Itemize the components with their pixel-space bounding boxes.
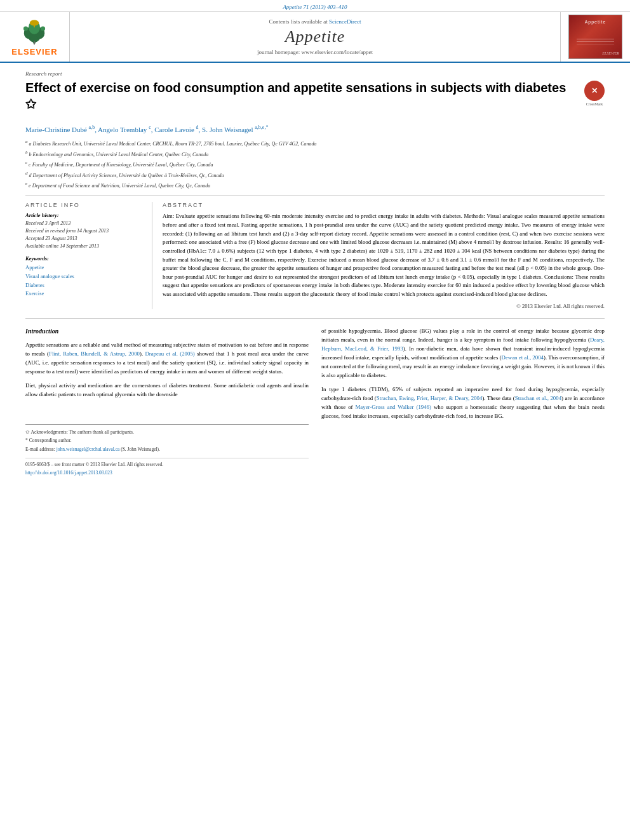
author-carole: Carole Lavoie d: [154, 126, 198, 133]
issn-line: 0195-6663/$ – see front matter © 2013 El…: [25, 461, 309, 468]
elsevier-brand-text: ELSEVIER: [11, 47, 57, 57]
copyright-line: © 2013 Elsevier Ltd. All rights reserved…: [163, 303, 605, 309]
keyword-diabetes: Diabetes: [25, 281, 144, 290]
journal-cover-image: Appetite ELSEVIER: [568, 15, 622, 59]
body-para-2: Diet, physical activity and medication a…: [25, 381, 309, 399]
keyword-exercise: Exercise: [25, 290, 144, 298]
history-label: Article history:: [25, 212, 144, 218]
affiliations-block: a a Diabetes Research Unit, Université L…: [25, 138, 605, 190]
author-john: S. John Weisnagel a,b,e,*: [202, 126, 268, 133]
keywords-label: Keywords:: [25, 255, 144, 262]
doi-link[interactable]: http://dx.doi.org/10.1016/j.appet.2013.0…: [25, 470, 112, 476]
history-received: Received 3 April 2013: [25, 220, 144, 227]
affiliation-a: a a Diabetes Research Unit, Université L…: [25, 138, 605, 148]
article-title-area: ✕ CrossMark Effect of exercise on food c…: [25, 79, 605, 119]
body-para-1: Appetite sensations are a reliable and v…: [25, 340, 309, 376]
footnotes-area: ✩ Acknowledgments: The authors thank all…: [25, 424, 309, 453]
keyword-appetite: Appetite: [25, 263, 144, 272]
elsevier-logo-area: ELSEVIER: [0, 12, 70, 62]
elsevier-logo: ELSEVIER: [11, 17, 57, 57]
acknowledgment-note: ✩ Acknowledgments: The authors thank all…: [25, 429, 309, 436]
author-marie: Marie-Christine Dubé a,b: [25, 126, 95, 133]
affiliation-e: e e Department of Food Science and Nutri…: [25, 180, 605, 190]
keywords-block: Keywords: Appetite Visual analogue scale…: [25, 255, 144, 298]
body-section: Introduction Appetite sensations are a r…: [25, 318, 605, 478]
journal-header: ELSEVIER Contents lists available at Sci…: [0, 12, 630, 63]
svg-rect-9: [34, 23, 36, 27]
svg-rect-7: [34, 41, 36, 44]
body-para-3: of possible hypoglycemia. Blood glucose …: [321, 326, 605, 380]
email-note: E-mail address: john.weisnagel@crchul.ul…: [25, 446, 309, 453]
contents-line: Contents lists available at ScienceDirec…: [269, 18, 361, 25]
main-content: Research report ✕ CrossMark Effect of ex…: [0, 63, 630, 485]
keyword-vas: Visual analogue scales: [25, 272, 144, 281]
svg-point-6: [41, 26, 45, 30]
history-accepted: Accepted 23 August 2013: [25, 235, 144, 243]
crossmark-icon: ✕: [584, 81, 605, 101]
article-info-column: ARTICLE INFO Article history: Received 3…: [25, 202, 152, 309]
abstract-text: Aim: Evaluate appetite sensations follow…: [163, 212, 605, 298]
journal-homepage: journal homepage: www.elsevier.com/locat…: [257, 49, 373, 55]
email-link[interactable]: john.weisnagel@crchul.ulaval.ca: [57, 446, 120, 452]
author-angelo: Angelo Tremblay c: [98, 126, 151, 133]
affiliation-c: c c Faculty of Medicine, Department of K…: [25, 159, 605, 169]
info-abstract-section: ARTICLE INFO Article history: Received 3…: [25, 195, 605, 309]
svg-point-5: [23, 26, 28, 30]
abstract-column: ABSTRACT Aim: Evaluate appetite sensatio…: [163, 202, 605, 309]
affiliation-d: d d Department of Physical Activity Scie…: [25, 170, 605, 180]
body-col-left: Introduction Appetite sensations are a r…: [25, 326, 309, 478]
authors-line: Marie-Christine Dubé a,b, Angelo Trembla…: [25, 124, 605, 135]
article-history-block: Article history: Received 3 April 2013 R…: [25, 212, 144, 250]
article-title: Effect of exercise on food consumption a…: [25, 79, 605, 112]
crossmark-area: ✕ CrossMark: [584, 81, 605, 106]
journal-top-bar: Appetite 71 (2013) 403–410: [0, 0, 630, 12]
sciencedirect-link[interactable]: ScienceDirect: [329, 18, 361, 25]
journal-title: Appetite: [285, 27, 345, 46]
corresponding-note: * Corresponding author.: [25, 437, 309, 444]
journal-title-area: Contents lists available at ScienceDirec…: [70, 12, 560, 62]
history-online: Available online 14 September 2013: [25, 243, 144, 250]
history-revised: Received in revised form 14 August 2013: [25, 227, 144, 235]
body-para-4: In type 1 diabetes (T1DM), 65% of subjec…: [321, 385, 605, 420]
section-label: Research report: [25, 70, 605, 77]
doi-line: http://dx.doi.org/10.1016/j.appet.2013.0…: [25, 469, 309, 476]
elsevier-tree-icon: [15, 17, 53, 46]
journal-cover-area: Appetite ELSEVIER: [560, 12, 630, 62]
page-footer: 0195-6663/$ – see front matter © 2013 El…: [25, 458, 309, 477]
journal-citation: Appetite 71 (2013) 403–410: [283, 4, 347, 10]
affiliation-b: b b Endocrinology and Genomics, Universi…: [25, 149, 605, 159]
body-col-right: of possible hypoglycemia. Blood glucose …: [321, 326, 605, 478]
introduction-title: Introduction: [25, 326, 309, 337]
article-info-heading: ARTICLE INFO: [25, 202, 144, 208]
abstract-heading: ABSTRACT: [163, 202, 605, 208]
